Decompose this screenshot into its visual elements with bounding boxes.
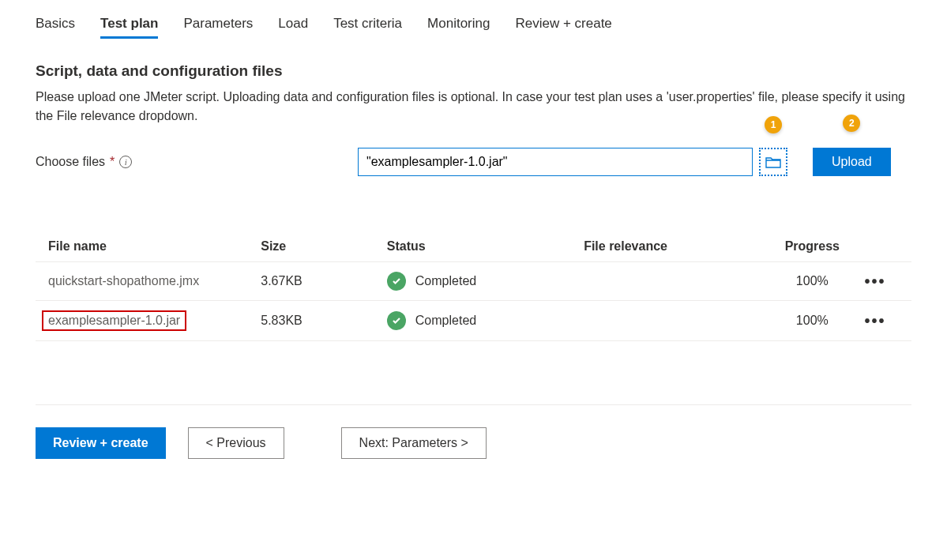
more-actions-button[interactable]: ••• [865,272,886,290]
cell-size: 5.83KB [261,314,387,328]
info-icon[interactable]: i [119,156,132,168]
cell-status: Completed [387,272,584,291]
more-actions-button[interactable]: ••• [865,312,886,329]
cell-filename: examplesampler-1.0.jar [48,310,261,331]
section-title: Script, data and configuration files [36,62,911,80]
table-row: examplesampler-1.0.jar 5.83KB Completed … [36,301,911,341]
next-button[interactable]: Next: Parameters > [341,427,487,459]
browse-button[interactable]: 1 [759,148,787,176]
choose-files-row: Choose files * i 1 2 Upload [36,148,911,176]
upload-button[interactable]: 2 Upload [813,148,891,176]
choose-files-text: Choose files [36,155,105,169]
status-text: Completed [415,314,476,328]
table-header: File name Size Status File relevance Pro… [36,231,911,262]
cell-progress: 100% [772,314,851,328]
tab-parameters[interactable]: Parameters [183,16,253,39]
check-icon [387,272,406,291]
tab-review-create[interactable]: Review + create [515,16,611,39]
tab-test-plan[interactable]: Test plan [100,16,158,39]
footer-actions: Review + create < Previous Next: Paramet… [36,404,911,459]
status-text: Completed [415,274,476,288]
header-filename[interactable]: File name [48,239,261,254]
previous-button[interactable]: < Previous [188,427,284,459]
folder-icon [765,156,781,168]
tab-load[interactable]: Load [278,16,308,39]
tab-basics[interactable]: Basics [36,16,75,39]
table-row: quickstart-shopathome.jmx 3.67KB Complet… [36,262,911,301]
header-size[interactable]: Size [261,239,387,254]
cell-status: Completed [387,311,584,330]
callout-badge-2: 2 [843,115,860,132]
tab-test-criteria[interactable]: Test criteria [333,16,402,39]
upload-button-label: Upload [832,155,872,168]
tab-monitoring[interactable]: Monitoring [427,16,490,39]
header-status[interactable]: Status [387,239,584,254]
review-create-button[interactable]: Review + create [36,427,166,459]
callout-badge-1: 1 [765,116,782,133]
choose-files-label: Choose files * i [36,155,351,169]
required-asterisk: * [110,155,115,169]
highlighted-filename: examplesampler-1.0.jar [42,310,186,331]
check-icon [387,311,406,330]
header-relevance[interactable]: File relevance [584,239,772,254]
tab-bar: Basics Test plan Parameters Load Test cr… [36,16,911,39]
header-actions [851,239,899,254]
file-input[interactable] [358,148,753,176]
cell-progress: 100% [772,274,851,288]
cell-size: 3.67KB [261,274,387,288]
files-table: File name Size Status File relevance Pro… [36,231,911,341]
header-progress[interactable]: Progress [772,239,851,254]
cell-filename: quickstart-shopathome.jmx [48,274,261,288]
